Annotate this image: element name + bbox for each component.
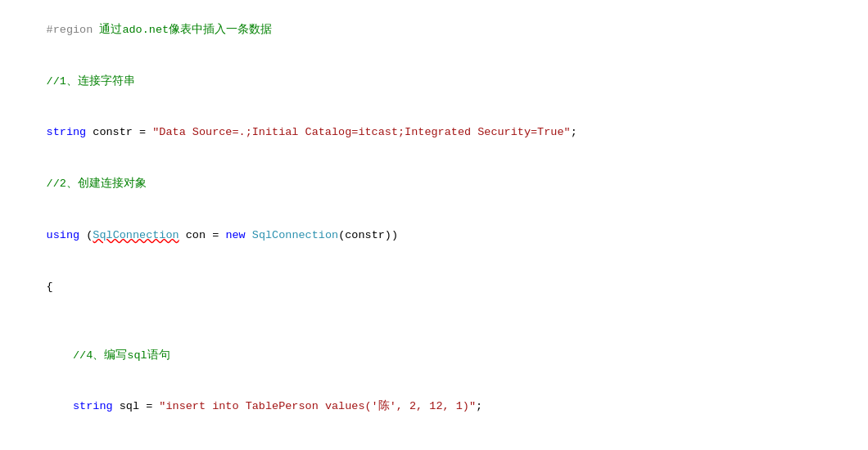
code-line-6: { — [0, 262, 868, 313]
code-line-4: //2、创建连接对象 — [0, 159, 868, 210]
code-line-5: using (SqlConnection con = new SqlConnec… — [0, 210, 868, 262]
code-line-8: //4、编写sql语句 — [0, 331, 868, 382]
code-line-9: string sql = "insert into TablePerson va… — [0, 381, 868, 433]
code-line-3: string constr = "Data Source=.;Initial C… — [0, 108, 868, 160]
code-editor: #region 通过ado.net像表中插入一条数据 //1、连接字符串 str… — [0, 0, 868, 450]
code-line-7 — [0, 313, 868, 331]
code-line-2: //1、连接字符串 — [0, 56, 868, 108]
code-line-10: //5、创建一个执行sql语句的对象（命令对象）SqlCommand — [0, 433, 868, 450]
code-line-1: #region 通过ado.net像表中插入一条数据 — [0, 5, 868, 56]
